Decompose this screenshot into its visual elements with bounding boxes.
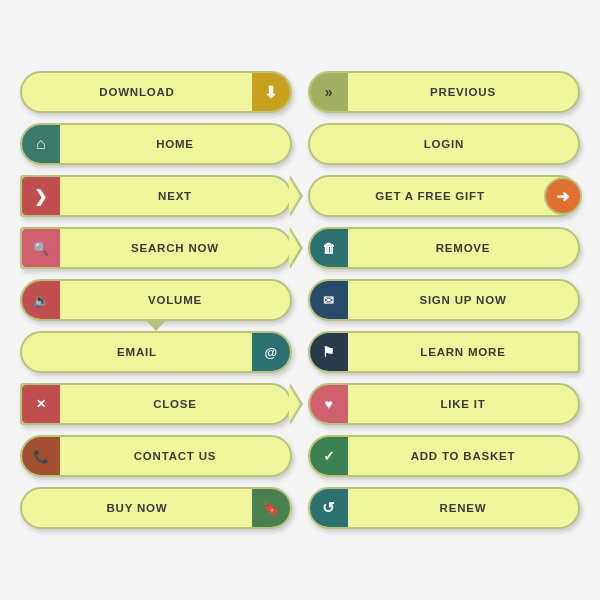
volume-bubble-fill — [147, 318, 165, 328]
search-arrow-fill — [289, 229, 300, 267]
remove-button[interactable]: 🗑 REMOVE — [308, 227, 580, 269]
basket-label: ADD TO BASKET — [348, 450, 578, 462]
renew-icon: ↺ — [310, 489, 348, 527]
signupnow-label: SIGN UP NOW — [348, 294, 578, 306]
renew-button[interactable]: ↺ RENEW — [308, 487, 580, 529]
remove-label: REMOVE — [348, 242, 578, 254]
home-icon: ⌂ — [22, 125, 60, 163]
download-label: DOWNLOAD — [22, 86, 252, 98]
buynow-label: BUY NOW — [22, 502, 252, 514]
previous-icon: » — [310, 73, 348, 111]
email-button[interactable]: EMAIL @ — [20, 331, 292, 373]
next-arrow-fill — [289, 177, 300, 215]
button-grid: DOWNLOAD ⬇ » PREVIOUS ⌂ HOME LOGIN ❯ NEX… — [0, 51, 600, 549]
previous-button[interactable]: » PREVIOUS — [308, 71, 580, 113]
volume-bubble-border — [145, 319, 167, 331]
buynow-button[interactable]: BUY NOW 🔖 — [20, 487, 292, 529]
close-label: CLOSE — [60, 398, 290, 410]
close-button[interactable]: ✕ CLOSE — [20, 383, 292, 425]
login-label: LOGIN — [310, 138, 578, 150]
learnmore-button[interactable]: ⚑ LEARN MORE — [308, 331, 580, 373]
volume-icon: 🔈 — [22, 281, 60, 319]
basket-button[interactable]: ✓ ADD TO BASKET — [308, 435, 580, 477]
download-icon: ⬇ — [252, 73, 290, 111]
learnmore-label: LEARN MORE — [348, 346, 578, 358]
home-label: HOME — [60, 138, 290, 150]
contact-label: CONTACT US — [60, 450, 290, 462]
likeit-label: LIKE IT — [348, 398, 578, 410]
contact-icon: 📞 — [22, 437, 60, 475]
buynow-icon: 🔖 — [252, 489, 290, 527]
freegift-label: GET A FREE GIFT — [310, 190, 550, 202]
next-icon: ❯ — [22, 177, 60, 215]
home-button[interactable]: ⌂ HOME — [20, 123, 292, 165]
volume-button[interactable]: 🔈 VOLUME — [20, 279, 292, 321]
email-icon: @ — [252, 333, 290, 371]
learnmore-icon: ⚑ — [310, 333, 348, 371]
volume-label: VOLUME — [60, 294, 290, 306]
renew-label: RENEW — [348, 502, 578, 514]
close-arrow-fill — [289, 385, 300, 423]
download-button[interactable]: DOWNLOAD ⬇ — [20, 71, 292, 113]
contact-button[interactable]: 📞 CONTACT US — [20, 435, 292, 477]
freegift-button[interactable]: GET A FREE GIFT ➜ — [308, 175, 580, 217]
searchnow-button[interactable]: 🔍 SEARCH NOW — [20, 227, 292, 269]
previous-label: PREVIOUS — [348, 86, 578, 98]
likeit-icon: ♥ — [310, 385, 348, 423]
signup-icon: ✉ — [310, 281, 348, 319]
next-label: NEXT — [60, 190, 290, 202]
likeit-button[interactable]: ♥ LIKE IT — [308, 383, 580, 425]
search-icon: 🔍 — [22, 229, 60, 267]
basket-icon: ✓ — [310, 437, 348, 475]
signupnow-button[interactable]: ✉ SIGN UP NOW — [308, 279, 580, 321]
close-icon: ✕ — [22, 385, 60, 423]
freegift-icon: ➜ — [544, 177, 582, 215]
login-button[interactable]: LOGIN — [308, 123, 580, 165]
remove-icon: 🗑 — [310, 229, 348, 267]
searchnow-label: SEARCH NOW — [60, 242, 290, 254]
email-label: EMAIL — [22, 346, 252, 358]
next-button[interactable]: ❯ NEXT — [20, 175, 292, 217]
